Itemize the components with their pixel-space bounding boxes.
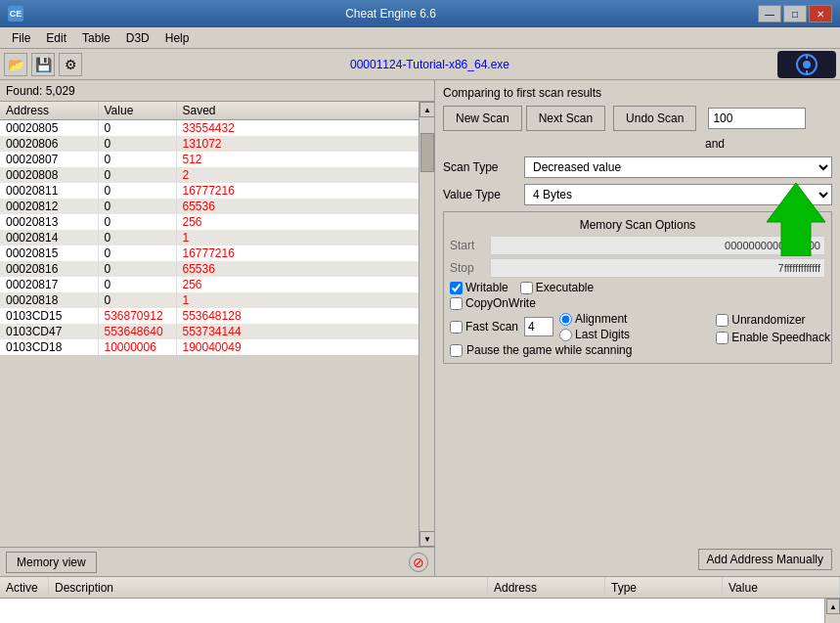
speedhack-label: Enable Speedhack [731, 331, 830, 344]
cell-saved: 33554432 [176, 120, 434, 137]
table-row[interactable]: 00020806 0 131072 [0, 136, 434, 152]
new-scan-button[interactable]: New Scan [443, 106, 522, 131]
table-row[interactable]: 0103CD15 536870912 553648128 [0, 308, 434, 324]
close-button[interactable]: ✕ [809, 5, 832, 22]
found-count: Found: 5,029 [6, 84, 75, 98]
cell-saved: 1 [176, 292, 434, 308]
cell-saved: 16777216 [176, 245, 434, 261]
pause-checkbox[interactable] [450, 344, 463, 357]
cell-value: 0 [98, 277, 176, 292]
table-row[interactable]: 0103CD47 553648640 553734144 [0, 324, 434, 339]
minimize-button[interactable]: — [758, 5, 781, 22]
cell-value: 0 [98, 120, 176, 137]
cell-address: 00020816 [0, 261, 98, 277]
fast-scan-checkbox[interactable] [450, 321, 463, 334]
address-table-body[interactable]: ▲ ▼ [0, 599, 840, 623]
arrow-indicator [762, 178, 830, 256]
table-row[interactable]: 0103CD18 10000006 190040049 [0, 339, 434, 355]
toolbar-open-btn[interactable]: 📂 [4, 53, 27, 76]
menu-file[interactable]: File [4, 29, 38, 47]
maximize-button[interactable]: □ [783, 5, 807, 22]
menu-help[interactable]: Help [157, 29, 198, 47]
speedhack-checkbox[interactable] [716, 332, 729, 344]
cell-address: 00020808 [0, 167, 98, 183]
cell-value: 0 [98, 152, 176, 167]
last-digits-radio[interactable] [559, 329, 572, 341]
cell-value: 0 [98, 292, 176, 308]
comparing-label: Comparing to first scan results [443, 86, 832, 100]
fast-scan-label: Fast Scan [465, 320, 518, 334]
add-address-button[interactable]: Add Address Manually [698, 549, 832, 570]
cell-value: 0 [98, 261, 176, 277]
executable-checkbox-item: Executable [520, 281, 594, 294]
table-row[interactable]: 00020807 0 512 [0, 152, 434, 167]
title-bar-left: CE [8, 6, 23, 22]
cell-address: 00020813 [0, 214, 98, 230]
cell-address: 00020817 [0, 277, 98, 292]
col-value: Value [723, 577, 840, 598]
menu-d3d[interactable]: D3D [118, 29, 157, 47]
scan-table-container[interactable]: Address Value Saved 00020805 0 33554432 … [0, 102, 434, 547]
unrandomizer-label: Unrandomizer [731, 313, 805, 327]
title-bar-controls: — □ ✕ [758, 5, 832, 22]
memory-view-button[interactable]: Memory view [6, 552, 97, 573]
copy-on-write-row: CopyOnWrite [450, 296, 825, 310]
copy-on-write-checkbox[interactable] [450, 297, 463, 310]
cell-value: 0 [98, 214, 176, 230]
copy-on-write-label: CopyOnWrite [465, 296, 536, 310]
unrandomizer-checkbox[interactable] [716, 314, 729, 327]
right-panel: Comparing to first scan results New Scan… [435, 80, 840, 576]
address-table-header: Active Description Address Type Value [0, 577, 840, 599]
scan-results-table: Address Value Saved 00020805 0 33554432 … [0, 102, 434, 355]
address-table-scrollbar[interactable]: ▲ ▼ [824, 599, 840, 623]
scan-table-scrollbar[interactable]: ▲ ▼ [419, 102, 434, 547]
alignment-radio[interactable] [559, 313, 572, 326]
scan-type-row: Scan Type Decreased value Exact value Bi… [443, 156, 832, 178]
table-row[interactable]: 00020805 0 33554432 [0, 120, 434, 137]
col-description: Description [49, 577, 488, 598]
table-row[interactable]: 00020814 0 1 [0, 230, 434, 245]
scan-value-input[interactable] [708, 108, 806, 129]
cell-address: 00020812 [0, 199, 98, 214]
table-row[interactable]: 00020815 0 16777216 [0, 245, 434, 261]
scroll-up[interactable]: ▲ [420, 102, 434, 117]
col-active: Active [0, 577, 49, 598]
and-label: and [443, 137, 725, 151]
table-row[interactable]: 00020813 0 256 [0, 214, 434, 230]
table-row[interactable]: 00020816 0 65536 [0, 261, 434, 277]
cell-saved: 16777216 [176, 183, 434, 199]
table-row[interactable]: 00020818 0 1 [0, 292, 434, 308]
menu-table[interactable]: Table [74, 29, 118, 47]
table-row[interactable]: 00020812 0 65536 [0, 199, 434, 214]
undo-scan-button[interactable]: Undo Scan [613, 106, 696, 131]
executable-checkbox[interactable] [520, 282, 533, 294]
cell-saved: 65536 [176, 261, 434, 277]
table-row[interactable]: 00020808 0 2 [0, 167, 434, 183]
no-entry-icon[interactable]: ⊘ [409, 553, 428, 572]
fast-scan-input[interactable] [524, 317, 553, 336]
next-scan-button[interactable]: Next Scan [526, 106, 605, 131]
svg-marker-3 [767, 183, 825, 256]
cell-address: 0103CD18 [0, 339, 98, 355]
cell-address: 00020815 [0, 245, 98, 261]
cell-value: 10000006 [98, 339, 176, 355]
title-bar: CE Cheat Engine 6.6 — □ ✕ [0, 0, 840, 27]
scan-type-select[interactable]: Decreased value Exact value Bigger than.… [524, 156, 832, 178]
scroll-thumb[interactable] [420, 133, 434, 172]
cell-saved: 65536 [176, 199, 434, 214]
main-area: Found: 5,029 Address Value Saved 0002080… [0, 80, 840, 576]
stop-input[interactable] [490, 258, 825, 278]
menu-edit[interactable]: Edit [38, 29, 74, 47]
cell-address: 0103CD15 [0, 308, 98, 324]
table-row[interactable]: 00020817 0 256 [0, 277, 434, 292]
writable-checkbox[interactable] [450, 282, 463, 294]
scroll-down[interactable]: ▼ [420, 531, 434, 547]
found-bar: Found: 5,029 [0, 80, 434, 102]
col-address: Address [0, 102, 98, 120]
toolbar-save-btn[interactable]: 💾 [31, 53, 55, 76]
cell-value: 0 [98, 199, 176, 214]
table-row[interactable]: 00020811 0 16777216 [0, 183, 434, 199]
toolbar-btn3[interactable]: ⚙ [59, 53, 82, 76]
stop-row: Stop [450, 258, 825, 278]
cell-saved: 553734144 [176, 324, 434, 339]
